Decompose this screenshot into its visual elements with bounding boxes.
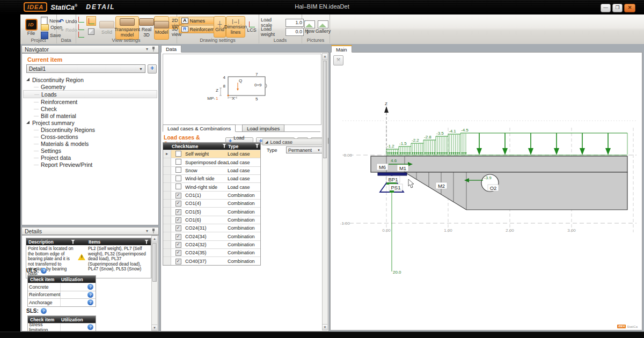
pin-icon[interactable] [151,47,156,52]
row-checkbox[interactable] [175,159,181,165]
axes-icon[interactable] [78,32,84,38]
col-name[interactable]: Name [186,144,228,149]
filter-icon[interactable] [71,240,75,244]
axes-icon[interactable] [78,17,84,23]
filter-icon[interactable] [144,240,149,244]
names-toggle[interactable]: A Names [179,17,217,25]
scroll-down-icon[interactable]: ▼ [323,324,327,330]
filter-icon[interactable] [255,144,259,148]
help-icon[interactable]: ? [41,268,47,274]
details-scrollbar[interactable]: ▲ ▼ [151,236,158,331]
main-drawing[interactable]: 0.00 -1.00 0.00 1.00 2.00 3.00 Z -1. [331,53,642,330]
row-checkbox[interactable] [175,183,181,189]
scroll-down-icon[interactable]: ▼ [152,325,157,330]
navigator-menu-icon[interactable]: ▾ [146,47,148,52]
details-header[interactable]: Details ▾ [21,227,159,235]
dimension-lines-button[interactable]: |↔|Dimension lines [226,16,245,38]
tab-load-impulses[interactable]: Load impulses [242,124,284,132]
sidebar-item-bill-of-material[interactable]: —Bill of material [23,112,157,119]
solid-button[interactable]: Solid [98,16,115,40]
table-row[interactable]: ▸Self weightLoad case [163,150,260,158]
lcs-button[interactable]: LCS [245,16,258,38]
load-case-prop-group[interactable]: ◢ Load case [262,138,326,145]
row-checkbox[interactable]: ✓ [175,250,181,256]
help-icon[interactable]: ? [87,299,93,305]
row-checkbox[interactable]: ✓ [175,234,181,240]
tab-data[interactable]: Data [161,45,181,53]
table-row[interactable]: Wind-left sideLoad case [163,174,260,182]
help-icon[interactable]: ? [87,324,93,330]
expanded-icon[interactable] [26,121,30,124]
sidebar-item-settings[interactable]: —Settings [23,147,157,154]
row-checkbox[interactable]: ✓ [175,217,181,223]
zoom-fit-button[interactable]: ⤧ [333,55,343,65]
type-dropdown[interactable]: Permanent ▼ [286,146,323,153]
help-icon[interactable]: ? [87,292,93,298]
transparent-model-button[interactable]: Transparent model [115,16,139,40]
pin-icon[interactable] [151,229,156,233]
picture-gallery-button[interactable]: Gallery [316,17,330,36]
sidebar-item-geometry[interactable]: —Geometry [23,83,157,90]
file-button[interactable]: ID File [23,16,39,39]
sidebar-item-cross-sections[interactable]: —Cross-sections [23,133,157,140]
minimize-button[interactable]: — [601,4,611,12]
row-checkbox[interactable]: ✓ [175,201,181,207]
table-row[interactable]: ✓CO1(5)Combination [163,207,260,215]
table-row[interactable]: ✓CO1(6)Combination [163,216,260,224]
redo-button[interactable]: ↷Redo [58,27,77,33]
sidebar-item-materials-models[interactable]: —Materials & models [23,140,157,147]
cube-wireframe-icon[interactable] [88,28,94,35]
load-weight-input[interactable]: 0.0 [286,28,304,36]
tab-load-cases[interactable]: Load cases & Combinations [163,124,236,132]
picture-new-button[interactable]: + New [303,17,317,36]
col-items[interactable]: Items [86,238,151,245]
table-row[interactable]: ✓CO40(37)Combination [163,256,260,264]
expanded-icon[interactable] [26,78,30,81]
table-row[interactable]: ✓CO1(4)Combination [163,199,260,207]
help-icon[interactable]: ? [87,284,93,290]
data-scrollbar[interactable]: ▲ ▼ [322,53,328,330]
row-checkbox[interactable]: ✓ [175,193,181,199]
row-checkbox[interactable]: ✓ [175,225,181,231]
real-3d-button[interactable]: Real 3D [139,16,154,40]
row-checkbox[interactable] [175,175,181,181]
table-row[interactable]: ✓CO24(35)Combination [163,248,260,256]
bearing-plate[interactable] [378,173,407,175]
row-checkbox[interactable] [175,151,181,157]
sidebar-item-check[interactable]: —Check [23,105,157,112]
details-menu-icon[interactable]: ▾ [146,229,148,233]
table-row[interactable]: ✓CO24(34)Combination [163,232,260,240]
model-button[interactable]: Model [154,16,169,40]
tree-node[interactable]: Discontinuity Region [23,76,157,83]
load-scale-input[interactable]: 1.0 [286,19,304,27]
axes-icon[interactable] [78,24,84,30]
filter-icon[interactable] [222,144,226,148]
table-row[interactable]: ✓CO24(32)Combination [163,240,260,248]
col-type[interactable]: Type [228,144,260,149]
row-checkbox[interactable]: ✓ [175,209,181,215]
sidebar-item-discontinuity-regions[interactable]: —Discontinuity Regions [23,126,157,133]
scroll-up-icon[interactable]: ▲ [323,54,327,60]
maximize-button[interactable]: ❐ [612,4,623,12]
add-detail-button[interactable]: + [148,64,157,74]
row-checkbox[interactable] [175,167,181,173]
sidebar-item-reinforcement[interactable]: —Reinforcement [23,98,157,105]
navigator-header[interactable]: Navigator ▾ [21,45,159,53]
scroll-up-icon[interactable]: ▲ [152,236,157,243]
row-checkbox[interactable]: ✓ [175,242,181,248]
table-row[interactable]: SnowLoad case [163,166,260,174]
row-checkbox[interactable]: ✓ [175,259,181,264]
sidebar-item-project-data[interactable]: —Project data [23,154,157,161]
sidebar-item-loads[interactable]: —Loads [23,90,157,98]
col-description[interactable]: Description [26,238,77,245]
undo-button[interactable]: ↶Undo [58,19,77,24]
table-row[interactable]: Wind-right sideLoad case [163,182,260,190]
table-row[interactable]: Superimposed dead loadLoad case [163,158,260,166]
table-row[interactable]: ✓CO1(1)Combination [163,191,260,199]
sidebar-item-report-preview-print[interactable]: —Report Preview/Print [23,161,157,168]
help-icon[interactable]: ? [41,308,47,314]
current-item-combobox[interactable]: Detail1▼ [26,64,145,73]
axis-view-icon[interactable] [86,16,96,26]
close-button[interactable]: ✕ [624,4,635,12]
tab-main[interactable]: Main [331,45,352,53]
